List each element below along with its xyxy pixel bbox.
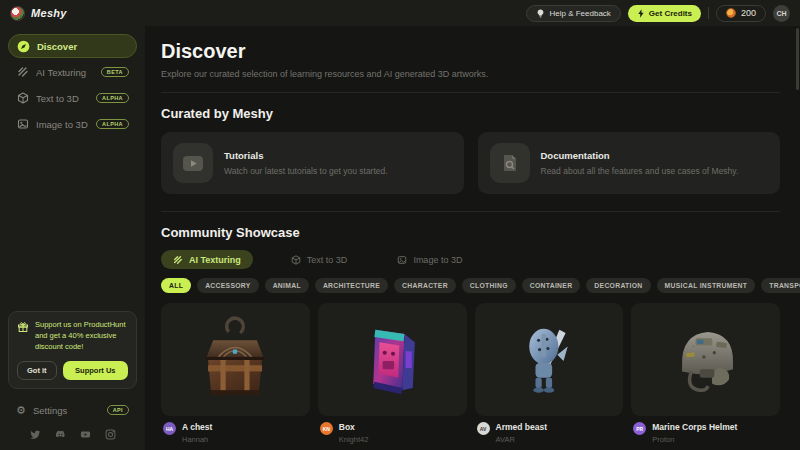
curated-cards: Tutorials Watch our latest tutorials to … <box>161 132 780 194</box>
sidebar-item-label: Text to 3D <box>36 93 89 104</box>
cube-icon <box>16 92 29 105</box>
tutorials-title: Tutorials <box>224 150 388 161</box>
play-video-icon <box>173 143 213 183</box>
model-thumbnail-marine-helmet <box>631 303 780 416</box>
lightbulb-icon <box>536 9 545 18</box>
coin-icon <box>726 8 736 18</box>
model-thumbnail-chest <box>161 303 310 416</box>
credits-balance[interactable]: 200 <box>716 5 766 22</box>
support-us-button[interactable]: Support Us <box>63 361 128 380</box>
sidebar-item-label: Discover <box>37 41 128 52</box>
filter-chip-decoration[interactable]: DECORATION <box>586 278 650 293</box>
showcase-item-meta: PR Marine Corps Helmet Proton <box>631 422 780 444</box>
item-title: Marine Corps Helmet <box>652 422 737 432</box>
gear-icon: ⚙ <box>16 405 26 416</box>
image-icon <box>397 255 407 265</box>
tab-label: AI Texturing <box>189 255 241 265</box>
social-links <box>8 421 137 444</box>
sidebar: Discover AI Texturing BETA Text to 3D AL… <box>0 26 145 450</box>
main-content: Discover Explore our curated selection o… <box>145 26 800 450</box>
filter-chip-character[interactable]: CHARACTER <box>394 278 456 293</box>
brand[interactable]: Meshy <box>10 6 67 21</box>
item-author: Hannah <box>182 435 212 444</box>
page-title: Discover <box>161 40 780 63</box>
cube-icon <box>291 255 301 265</box>
showcase-item-chest[interactable]: HA A chest Hannah <box>161 303 310 444</box>
sidebar-item-text-to-3d[interactable]: Text to 3D ALPHA <box>8 86 137 110</box>
sidebar-spacer <box>8 138 137 311</box>
get-credits-label: Get Credits <box>649 9 692 18</box>
help-feedback-button[interactable]: Help & Feedback <box>526 5 620 22</box>
tab-image-to-3d[interactable]: Image to 3D <box>385 250 474 269</box>
documentation-title: Documentation <box>541 150 739 161</box>
youtube-icon[interactable] <box>80 429 91 440</box>
got-it-button[interactable]: Got it <box>17 361 57 380</box>
tab-label: Text to 3D <box>307 255 348 265</box>
instagram-icon[interactable] <box>105 429 116 440</box>
author-avatar[interactable]: HA <box>163 422 176 435</box>
sidebar-item-settings[interactable]: ⚙ Settings API <box>8 399 137 421</box>
showcase-grid: HA A chest Hannah <box>161 303 780 444</box>
sidebar-item-ai-texturing[interactable]: AI Texturing BETA <box>8 60 137 84</box>
sidebar-item-label: AI Texturing <box>36 67 94 78</box>
page-subtitle: Explore our curated selection of learnin… <box>161 69 780 79</box>
tab-ai-texturing[interactable]: AI Texturing <box>161 250 253 269</box>
filter-chip-transportation[interactable]: TRANSPORTATION <box>761 278 800 293</box>
discord-icon[interactable] <box>55 429 66 440</box>
tab-text-to-3d[interactable]: Text to 3D <box>279 250 360 269</box>
tab-label: Image to 3D <box>413 255 462 265</box>
showcase-item-marine-helmet[interactable]: PR Marine Corps Helmet Proton <box>631 303 780 444</box>
category-filters: ALL ACCESSORY ANIMAL ARCHITECTURE CHARAC… <box>161 278 780 293</box>
beta-badge: BETA <box>101 67 129 77</box>
filter-chip-musical-instrument[interactable]: MUSICAL INSTRUMENT <box>657 278 756 293</box>
author-avatar[interactable]: AV <box>477 422 490 435</box>
item-title: Box <box>339 422 369 432</box>
filter-chip-all[interactable]: ALL <box>161 278 191 293</box>
divider <box>161 92 780 93</box>
user-avatar[interactable]: CH <box>773 5 790 22</box>
filter-chip-animal[interactable]: ANIMAL <box>265 278 309 293</box>
twitter-icon[interactable] <box>30 429 41 440</box>
meshy-app-window: Meshy Help & Feedback Get Credits 200 CH <box>0 0 800 450</box>
tutorials-description: Watch our latest tutorials to get you st… <box>224 166 388 176</box>
support-promo-card: Support us on ProductHunt and get a 40% … <box>8 311 137 389</box>
lightning-icon <box>637 9 645 18</box>
author-avatar[interactable]: KN <box>320 422 333 435</box>
item-author: Knight42 <box>339 435 369 444</box>
gift-icon <box>17 321 29 333</box>
sidebar-item-image-to-3d[interactable]: Image to 3D ALPHA <box>8 112 137 136</box>
discover-compass-icon <box>17 40 30 53</box>
texture-stripes-icon <box>16 66 29 79</box>
documentation-card[interactable]: Documentation Read about all the feature… <box>478 132 781 194</box>
showcase-tabs: AI Texturing Text to 3D Image to 3D <box>161 250 780 269</box>
showcase-item-meta: AV Armed beast AVAR <box>475 422 624 444</box>
get-credits-button[interactable]: Get Credits <box>628 5 701 22</box>
support-promo-text: Support us on ProductHunt and get a 40% … <box>35 320 128 353</box>
texture-stripes-icon <box>173 255 183 265</box>
top-bar: Meshy Help & Feedback Get Credits 200 CH <box>0 0 800 26</box>
filter-chip-accessory[interactable]: ACCESSORY <box>197 278 259 293</box>
showcase-heading: Community Showcase <box>161 225 780 240</box>
settings-label: Settings <box>33 405 100 416</box>
image-icon <box>16 118 29 131</box>
showcase-item-armed-beast[interactable]: AV Armed beast AVAR <box>475 303 624 444</box>
item-author: Proton <box>652 435 737 444</box>
showcase-item-box[interactable]: KN Box Knight42 <box>318 303 467 444</box>
sidebar-item-discover[interactable]: Discover <box>8 34 137 58</box>
curated-heading: Curated by Meshy <box>161 106 780 121</box>
credits-count: 200 <box>741 8 756 18</box>
document-search-icon <box>490 143 530 183</box>
model-thumbnail-armed-beast <box>475 303 624 416</box>
alpha-badge: ALPHA <box>96 93 129 103</box>
tutorials-card[interactable]: Tutorials Watch our latest tutorials to … <box>161 132 464 194</box>
sidebar-item-label: Image to 3D <box>36 119 89 130</box>
filter-chip-clothing[interactable]: CLOTHING <box>462 278 516 293</box>
filter-chip-container[interactable]: CONTAINER <box>522 278 581 293</box>
filter-chip-architecture[interactable]: ARCHITECTURE <box>315 278 388 293</box>
divider <box>161 211 780 212</box>
api-badge: API <box>107 405 129 415</box>
scrollbar[interactable] <box>796 28 799 90</box>
brand-name: Meshy <box>31 7 67 19</box>
author-avatar[interactable]: PR <box>633 422 646 435</box>
showcase-item-meta: KN Box Knight42 <box>318 422 467 444</box>
